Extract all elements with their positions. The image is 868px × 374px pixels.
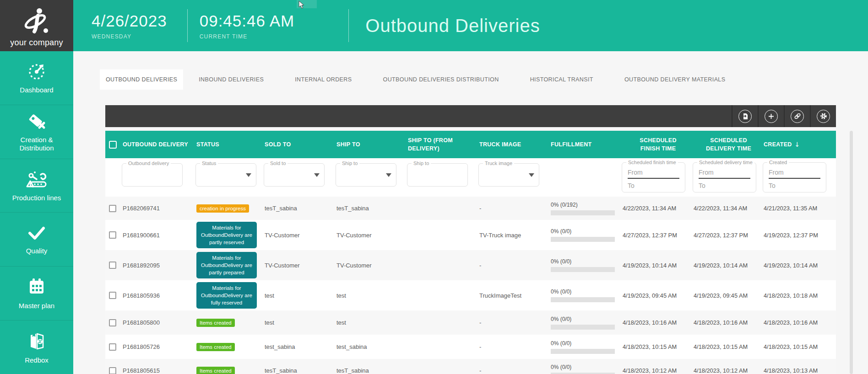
settings-button[interactable] (810, 105, 836, 127)
vertical-scrollbar[interactable] (850, 131, 853, 374)
tab-historical-transit[interactable]: HISTORICAL TRANSIT (515, 69, 609, 90)
export-button[interactable] (732, 105, 758, 127)
add-button[interactable] (758, 105, 784, 127)
column-header-truck-image[interactable]: TRUCK IMAGE (479, 140, 551, 149)
tab-outbound-deliveries-distribution[interactable]: OUTBOUND DELIVERIES DISTRIBUTION (368, 69, 515, 90)
date-block: 4/26/2023 WEDNESDAY (92, 12, 167, 40)
sidebar-item-label: Master plan (16, 302, 57, 310)
table-row[interactable]: P1681805615 Items created tesT_sabina te… (105, 359, 836, 374)
current-time: 09:45:46 AM (200, 12, 295, 30)
top-header-bar: 4/26/2023 WEDNESDAY 09:45:46 AM CURRENT … (73, 0, 868, 51)
outbound-delivery-id: P1681805726 (123, 343, 196, 350)
created-value: 4/19/2023, 12:37 PM (764, 232, 836, 239)
outbound-delivery-id: P1681805800 (123, 319, 196, 326)
tab-inbound-deliveries[interactable]: INBOUND DELIVERIES (183, 69, 279, 90)
truck-image-value: - (479, 205, 551, 212)
filter-row: Outbound delivery Status Sold to Ship to… (105, 158, 836, 197)
table-row[interactable]: P1681900661 Materials for OutboundDelive… (105, 220, 836, 250)
scheduled-finish-value: 4/27/2023, 12:37 PM (623, 232, 694, 239)
fulfillment-progress-bar (551, 349, 615, 354)
scheduled-delivery-from-input[interactable]: From (699, 169, 750, 179)
created-value: 4/18/2023, 10:13 AM (764, 367, 836, 374)
fulfillment-progress-bar (551, 237, 615, 242)
sidebar-item-creation-distribution[interactable]: Creation & Distribution (0, 105, 73, 159)
chevron-down-icon (386, 173, 391, 177)
scheduled-finish-from-input[interactable]: From (628, 169, 679, 179)
table-row[interactable]: P1681805726 Items created test_sabina te… (105, 335, 836, 359)
filter-label: Scheduled finish time (626, 160, 678, 165)
scheduled-delivery-value: 4/27/2023, 12:37 PM (694, 232, 764, 239)
row-checkbox[interactable] (109, 367, 116, 374)
scheduled-delivery-value: 4/19/2023, 10:14 AM (694, 262, 764, 269)
fulfillment-value: 0% (0/0) (551, 258, 618, 265)
status-badge: Items created (196, 343, 235, 351)
fulfillment-cell: 0% (0/0) (551, 258, 623, 272)
export-document-icon (738, 110, 752, 123)
row-checkbox[interactable] (109, 205, 116, 212)
created-value: 4/21/2023, 11:35 AM (764, 205, 836, 212)
outbound-delivery-filter-input[interactable]: Outbound delivery (122, 163, 183, 187)
column-header-outbound-delivery[interactable]: OUTBOUND DELIVERY (123, 140, 196, 149)
link-button[interactable] (784, 105, 810, 127)
sidebar-item-master-plan[interactable]: Master plan (0, 267, 73, 321)
column-header-scheduled-finish-time[interactable]: SCHEDULED FINISH TIME (623, 136, 694, 153)
sidebar-nav: Dashboard Creation & Distribution (0, 51, 73, 374)
status-badge: Materials for OutboundDelivery are fully… (196, 282, 257, 309)
sold-to-value: TV-Customer (265, 232, 336, 239)
tab-outbound-delivery-materials[interactable]: OUTBOUND DELIVERY MATERIALS (609, 69, 741, 90)
created-to-input[interactable]: To (769, 182, 820, 189)
column-header-ship-to[interactable]: SHIP TO (336, 140, 408, 149)
created-from-input[interactable]: From (769, 169, 820, 179)
table-row[interactable]: P1681805936 Materials for OutboundDelive… (105, 280, 836, 310)
scheduled-delivery-value: 4/18/2023, 10:16 AM (694, 319, 764, 326)
sold-to-value: test (265, 319, 336, 326)
truck-image-value: - (479, 319, 551, 326)
truck-image-filter-dropdown[interactable]: Truck image (478, 163, 539, 187)
ship-to-from-delivery-filter-input[interactable]: Ship to (407, 163, 468, 187)
ship-to-value: tesT_sabina (336, 367, 408, 374)
column-header-ship-to-from-delivery[interactable]: SHIP TO (FROM DELIVERY) (408, 136, 479, 153)
row-checkbox[interactable] (109, 292, 116, 299)
ship-to-value: TV-Customer (336, 262, 408, 269)
fulfillment-value: 0% (0/0) (551, 316, 618, 322)
sidebar-item-production-lines[interactable]: Production lines (0, 159, 73, 213)
production-lines-icon (26, 169, 48, 189)
sidebar-item-quality[interactable]: Quality (0, 213, 73, 267)
column-header-fulfillment[interactable]: FULFILLMENT (551, 140, 623, 149)
column-header-created[interactable]: CREATED ↓ (764, 140, 836, 149)
ship-to-filter-dropdown[interactable]: Ship to (336, 163, 396, 187)
status-filter-dropdown[interactable]: Status (195, 163, 256, 187)
outbound-delivery-id: P1681900661 (123, 232, 196, 239)
sidebar-item-dashboard[interactable]: Dashboard (0, 51, 73, 105)
column-header-scheduled-delivery-time[interactable]: SCHEDULED DELIVERY TIME (694, 136, 764, 153)
mouse-cursor (298, 1, 305, 9)
column-header-sold-to[interactable]: SOLD TO (265, 140, 336, 149)
row-checkbox[interactable] (109, 343, 116, 351)
chevron-down-icon (246, 173, 251, 177)
status-badge: Items created (196, 319, 235, 327)
row-checkbox[interactable] (109, 231, 116, 239)
table-row[interactable]: P1682069741 creation in progress tesT_sa… (105, 197, 836, 220)
sold-to-filter-dropdown[interactable]: Sold to (264, 163, 325, 187)
table-row[interactable]: P1681805800 Items created test test - 0%… (105, 310, 836, 335)
select-all-checkbox[interactable] (109, 141, 117, 149)
company-logo[interactable]: your company (0, 0, 73, 51)
row-checkbox[interactable] (109, 262, 116, 269)
scheduled-finish-value: 4/22/2023, 11:34 AM (623, 205, 694, 212)
column-header-status[interactable]: STATUS (196, 140, 265, 149)
fulfillment-cell: 0% (0/0) (551, 340, 623, 354)
scheduled-delivery-to-input[interactable]: To (699, 182, 750, 189)
sidebar-item-redbox[interactable]: Redbox (0, 321, 73, 374)
table-row[interactable]: P1681892095 Materials for OutboundDelive… (105, 250, 836, 280)
gear-icon (817, 110, 830, 123)
filter-label: Status (200, 160, 218, 166)
scheduled-finish-value: 4/19/2023, 09:45 AM (623, 292, 694, 299)
scheduled-finish-to-input[interactable]: To (628, 182, 679, 189)
select-all-cell (105, 141, 123, 149)
filter-label: Ship to (340, 160, 359, 166)
filter-label: Ship to (412, 160, 431, 166)
row-checkbox[interactable] (109, 319, 116, 326)
tab-outbound-deliveries[interactable]: OUTBOUND DELIVERIES (100, 69, 183, 90)
tab-internal-orders[interactable]: INTERNAL ORDERS (279, 69, 367, 90)
fulfillment-cell: 0% (0/0) (551, 289, 623, 302)
